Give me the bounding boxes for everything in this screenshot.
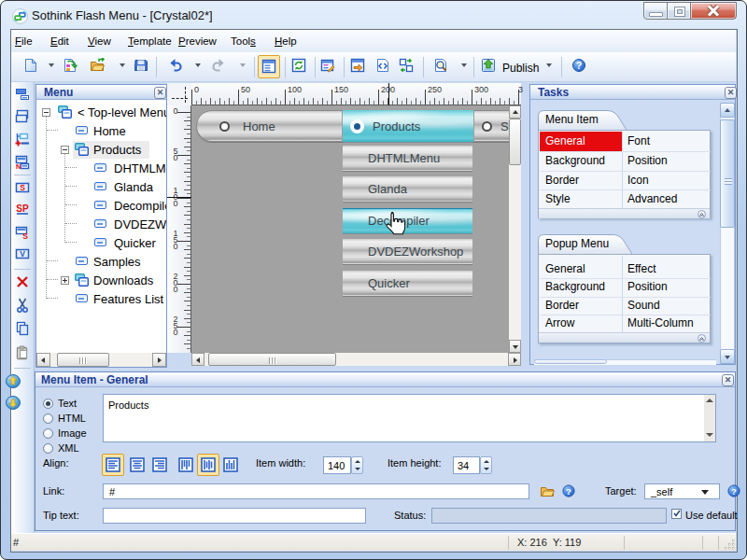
svg-text:?: ? bbox=[576, 60, 582, 71]
svg-text:S: S bbox=[22, 231, 28, 241]
svg-text:SP: SP bbox=[16, 203, 29, 214]
svg-text:V: V bbox=[20, 249, 25, 259]
svg-text:?: ? bbox=[731, 486, 737, 497]
svg-text:N: N bbox=[16, 162, 21, 170]
svg-text:?: ? bbox=[566, 486, 571, 497]
svg-text:S: S bbox=[20, 183, 25, 192]
